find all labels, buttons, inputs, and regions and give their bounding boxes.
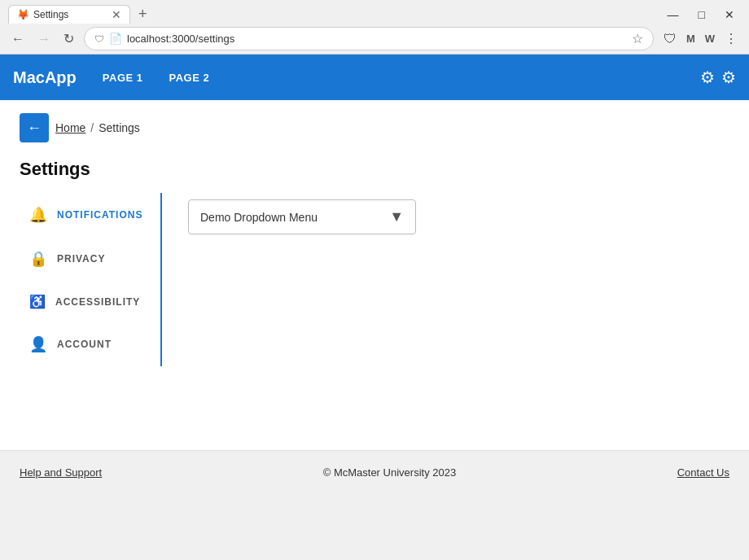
window-controls: — □ ✕ xyxy=(661,7,741,23)
toolbar-icons: 🛡 M W ⋮ xyxy=(660,28,741,50)
brightness-icon-button[interactable]: ⚙ xyxy=(700,68,715,87)
close-button[interactable]: ✕ xyxy=(718,7,741,23)
sidenav-privacy-label: PRIVACY xyxy=(57,253,105,265)
security-icon: 🛡 xyxy=(94,33,104,45)
footer-copyright: © McMaster University 2023 xyxy=(323,466,456,479)
accessibility-icon: ♿ xyxy=(29,294,46,309)
back-button[interactable]: ← xyxy=(20,113,49,142)
profile-button-w[interactable]: W xyxy=(702,29,718,48)
sidenav-item-accessibility[interactable]: ♿ ACCESSIBILITY xyxy=(20,281,160,322)
browser-tab-settings[interactable]: 🦊 Settings ✕ xyxy=(8,5,130,24)
url-input[interactable] xyxy=(127,33,627,45)
app-container: MacApp PAGE 1 PAGE 2 ⚙ ⚙ ← Home / Settin… xyxy=(0,55,749,494)
sidenav-notifications-label: NOTIFICATIONS xyxy=(57,209,142,221)
app-nav: PAGE 1 PAGE 2 xyxy=(96,68,216,87)
address-bar[interactable]: 🛡 📄 ☆ xyxy=(84,27,654,50)
demo-dropdown[interactable]: Demo Dropdown Menu ▼ xyxy=(188,199,416,234)
nav-page2[interactable]: PAGE 2 xyxy=(163,68,217,87)
page-title: Settings xyxy=(20,159,729,180)
header-actions: ⚙ ⚙ xyxy=(700,68,736,87)
settings-sidenav: 🔔 NOTIFICATIONS 🔒 PRIVACY ♿ ACCESSIBILIT… xyxy=(20,193,162,366)
reload-button[interactable]: ↻ xyxy=(60,28,77,50)
breadcrumb-current: Settings xyxy=(99,121,140,134)
nav-page1[interactable]: PAGE 1 xyxy=(96,68,150,87)
sidenav-account-label: ACCOUNT xyxy=(57,339,112,350)
forward-nav-button[interactable]: → xyxy=(34,28,54,50)
page-content: ← Home / Settings Settings 🔔 NOTIFICATIO… xyxy=(0,100,749,450)
browser-titlebar: 🦊 Settings ✕ + — □ ✕ xyxy=(0,0,749,24)
browser-toolbar: ← → ↻ 🛡 📄 ☆ 🛡 M W ⋮ xyxy=(0,24,749,54)
dropdown-label: Demo Dropdown Menu xyxy=(200,211,318,224)
menu-button[interactable]: ⋮ xyxy=(721,28,741,50)
settings-main: Demo Dropdown Menu ▼ xyxy=(162,193,729,366)
tab-label: Settings xyxy=(33,9,107,20)
maximize-button[interactable]: □ xyxy=(692,7,712,23)
app-footer: Help and Support © McMaster University 2… xyxy=(0,450,749,494)
browser-chrome: 🦊 Settings ✕ + — □ ✕ ← → ↻ 🛡 📄 ☆ 🛡 M W ⋮ xyxy=(0,0,749,55)
contact-us-link[interactable]: Contact Us xyxy=(677,466,729,479)
settings-layout: 🔔 NOTIFICATIONS 🔒 PRIVACY ♿ ACCESSIBILIT… xyxy=(20,193,729,366)
profile-button-m[interactable]: M xyxy=(683,29,699,48)
back-nav-button[interactable]: ← xyxy=(8,28,28,50)
settings-icon-button[interactable]: ⚙ xyxy=(721,68,736,87)
minimize-button[interactable]: — xyxy=(661,7,685,23)
breadcrumb-home[interactable]: Home xyxy=(55,121,85,134)
tab-favicon: 🦊 xyxy=(17,9,28,20)
extensions-button[interactable]: 🛡 xyxy=(660,28,680,50)
breadcrumb: Home / Settings xyxy=(55,121,140,134)
chevron-down-icon: ▼ xyxy=(389,208,404,225)
tab-bar: 🦊 Settings ✕ + xyxy=(8,5,152,24)
page-icon: 📄 xyxy=(109,33,122,45)
app-header: MacApp PAGE 1 PAGE 2 ⚙ ⚙ xyxy=(0,55,749,100)
breadcrumb-separator: / xyxy=(90,121,94,134)
account-icon: 👤 xyxy=(29,335,47,353)
lock-icon: 🔒 xyxy=(29,250,47,268)
breadcrumb-bar: ← Home / Settings xyxy=(20,113,729,142)
sidenav-item-privacy[interactable]: 🔒 PRIVACY xyxy=(20,237,160,281)
app-logo: MacApp xyxy=(13,68,77,87)
bookmark-button[interactable]: ☆ xyxy=(632,31,643,46)
help-support-link[interactable]: Help and Support xyxy=(20,466,102,479)
bell-icon: 🔔 xyxy=(29,206,47,224)
sidenav-accessibility-label: ACCESSIBILITY xyxy=(55,296,140,308)
sidenav-item-notifications[interactable]: 🔔 NOTIFICATIONS xyxy=(20,193,160,237)
sidenav-item-account[interactable]: 👤 ACCOUNT xyxy=(20,322,160,366)
new-tab-button[interactable]: + xyxy=(134,6,152,23)
tab-close-button[interactable]: ✕ xyxy=(112,9,121,20)
